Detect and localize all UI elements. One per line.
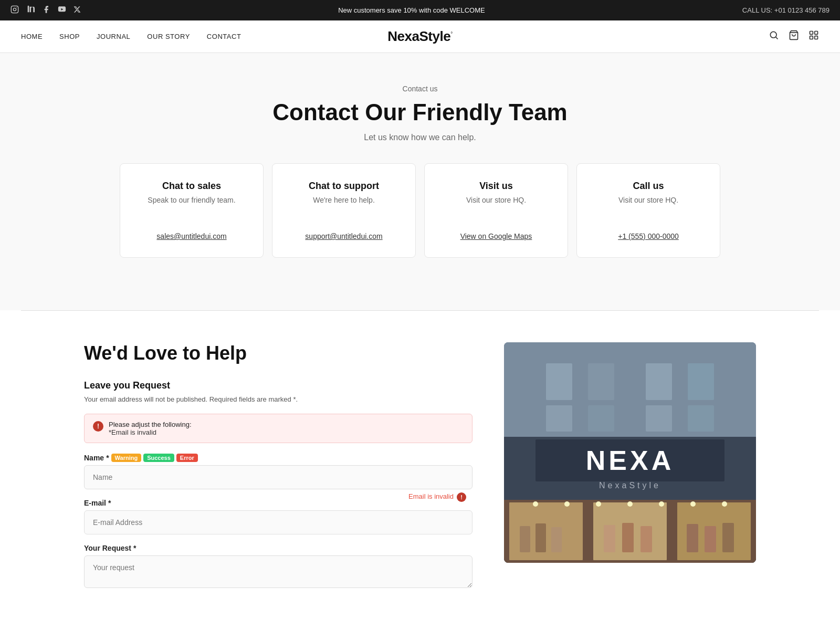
svg-point-20 [533,501,538,507]
name-label: Name * Warning Success Error [84,454,472,462]
svg-point-21 [564,501,570,507]
svg-rect-33 [687,524,698,552]
svg-rect-39 [688,363,714,400]
svg-rect-29 [551,527,562,552]
svg-line-4 [776,37,778,39]
svg-text:NexaStyle: NexaStyle [599,481,661,490]
email-field-group: E-mail * Email is invalid ! [84,499,472,534]
error-notice: ! Please adjust the following: *Email is… [84,414,472,443]
card-link-support[interactable]: support@untitledui.com [287,232,401,240]
svg-rect-30 [604,525,615,552]
card-chat-support: Chat to support We're here to help. supp… [272,163,416,258]
card-desc: Visit our store HQ. [592,196,705,204]
card-chat-sales: Chat to sales Speak to our friendly team… [120,163,264,258]
contact-hero: Contact us Contact Our Friendly Team Let… [0,53,840,310]
svg-point-22 [596,501,601,507]
card-title: Visit us [439,181,553,192]
promo-text: New customers save 10% with code WELCOME [81,6,742,14]
svg-rect-0 [11,6,18,13]
card-desc: Visit our store HQ. [439,196,553,204]
svg-point-1 [13,8,16,10]
nav-shop[interactable]: SHOP [59,33,80,40]
svg-rect-35 [722,523,734,552]
nav-actions [769,30,819,43]
request-field-group: Your Request * [84,544,472,590]
email-error-icon: ! [457,492,466,502]
svg-rect-27 [520,526,530,552]
svg-rect-6 [810,32,813,35]
menu-grid-icon[interactable] [808,30,819,43]
badge-error: Error [176,454,198,462]
form-meta: Your email address will not be published… [84,395,472,403]
svg-rect-37 [588,363,614,400]
svg-rect-8 [810,36,813,39]
svg-rect-43 [688,405,714,432]
youtube-icon[interactable] [58,5,66,15]
twitter-x-icon[interactable] [74,6,81,15]
main-nav: HOME SHOP JOURNAL OUR STORY CONTACT Nexa… [0,20,840,53]
section-label: Contact us [21,85,819,93]
error-notice-text: Please adjust the following: *Email is i… [109,421,192,436]
brand-logo[interactable]: NexaStyle° [387,28,452,45]
svg-rect-11 [504,342,756,447]
svg-rect-31 [622,523,634,552]
store-svg: NEXA NexaStyle [504,342,756,563]
card-desc: We're here to help. [287,196,401,204]
svg-rect-32 [640,526,652,552]
nav-links: HOME SHOP JOURNAL OUR STORY CONTACT [21,33,241,40]
contact-cards: Chat to sales Speak to our friendly team… [105,163,735,289]
card-title: Chat to sales [135,181,248,192]
svg-rect-40 [546,405,572,432]
request-textarea[interactable] [84,555,472,588]
nav-our-story[interactable]: OUR STORY [147,33,190,40]
email-inline-error: Email is invalid [408,492,454,500]
svg-rect-41 [588,405,614,432]
cart-icon[interactable] [789,30,799,43]
card-link-sales[interactable]: sales@untitledui.com [135,232,248,240]
store-image: NEXA NexaStyle [504,342,756,563]
nav-contact[interactable]: CONTACT [207,33,242,40]
card-desc: Speak to our friendly team. [135,196,248,204]
svg-rect-7 [815,32,818,35]
svg-point-25 [690,501,696,507]
linkedin-icon[interactable] [26,5,35,15]
request-label: Your Request * [84,544,472,552]
store-image-container: NEXA NexaStyle [504,342,756,563]
search-icon[interactable] [769,30,779,43]
form-left: We'd Love to Help Leave you Request Your… [84,342,472,600]
badge-warning: Warning [111,454,142,462]
svg-rect-34 [705,526,716,552]
card-call: Call us Visit our store HQ. +1 (555) 000… [576,163,720,258]
badge-success: Success [143,454,174,462]
card-link-phone[interactable]: +1 (555) 000-0000 [592,232,705,240]
nav-home[interactable]: HOME [21,33,43,40]
facebook-icon[interactable] [42,5,50,15]
svg-rect-9 [815,36,818,39]
svg-point-23 [627,501,633,507]
svg-rect-28 [536,523,546,552]
card-visit: Visit us Visit our store HQ. View on Goo… [424,163,568,258]
card-title: Chat to support [287,181,401,192]
hero-subtitle: Let us know how we can help. [21,133,819,142]
form-title: Leave you Request [84,380,472,391]
name-input[interactable] [84,465,472,489]
page-title: Contact Our Friendly Team [21,99,819,125]
form-section: We'd Love to Help Leave you Request Your… [0,311,840,630]
announcement-bar: New customers save 10% with code WELCOME… [0,0,840,20]
email-input[interactable] [84,510,472,534]
card-title: Call us [592,181,705,192]
svg-point-2 [16,7,17,8]
svg-rect-36 [546,363,572,400]
svg-rect-42 [646,405,672,432]
error-notice-icon: ! [93,421,103,432]
email-wrapper: Email is invalid ! [84,510,472,534]
svg-point-24 [659,501,664,507]
svg-point-3 [770,32,776,38]
social-icons [10,5,81,15]
svg-text:NEXA: NEXA [586,445,674,476]
name-field-group: Name * Warning Success Error [84,454,472,489]
card-link-maps[interactable]: View on Google Maps [439,232,553,240]
nav-journal[interactable]: JOURNAL [97,33,130,40]
svg-point-26 [722,501,727,507]
instagram-icon[interactable] [10,5,19,15]
